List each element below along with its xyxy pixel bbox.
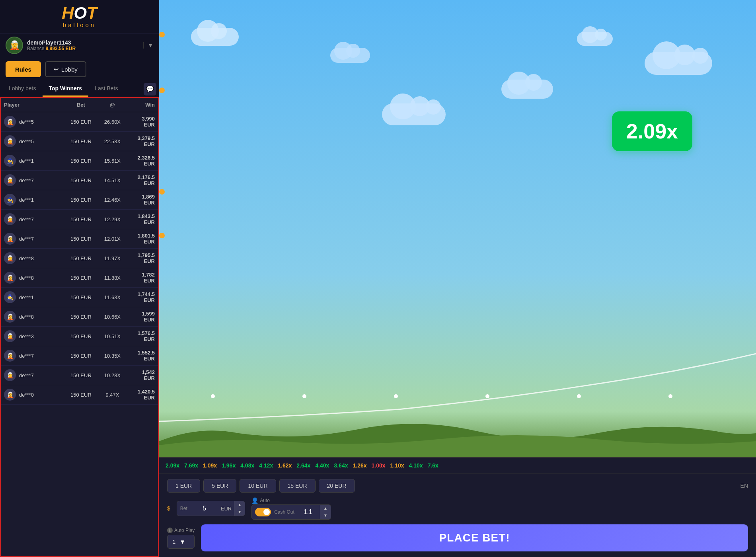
graph-dot-5 <box>577 394 581 398</box>
player-name: de***0 <box>19 392 34 398</box>
bet-cell: 150 EUR <box>64 385 98 405</box>
bet-cell: 150 EUR <box>64 288 98 307</box>
history-item: 2.09x <box>166 461 179 470</box>
auto-cashout-input[interactable] <box>296 505 320 519</box>
bet-cell: 150 EUR <box>64 366 98 385</box>
at-cell: 9.47X <box>98 385 127 405</box>
history-bar: 2.09x7.69x1.09x1.96x4.08x4.12x1.62x2.64x… <box>159 457 756 473</box>
cashout-arrow-up[interactable]: ▲ <box>320 505 331 512</box>
balance: Balance 9,993.55 EUR <box>27 46 139 51</box>
table-row: 🧝 de***7 150 EUR 14.51X 2,176.5 EUR <box>1 171 158 190</box>
quick-btn-10eur[interactable]: 10 EUR <box>240 479 276 493</box>
at-cell: 11.88X <box>98 268 127 288</box>
player-name: de***8 <box>19 275 34 281</box>
history-item: 1.00x <box>372 461 386 470</box>
win-cell: 1,795.5 EUR <box>127 249 158 268</box>
at-cell: 12.46X <box>98 190 127 210</box>
quick-btn-1eur[interactable]: 1 EUR <box>167 479 200 493</box>
at-cell: 10.51X <box>98 327 127 346</box>
quick-btn-5eur[interactable]: 5 EUR <box>203 479 236 493</box>
winners-table: Player Bet @ Win 🧝 de***5 150 EUR 26.60X… <box>1 98 158 405</box>
cashout-arrow-down[interactable]: ▼ <box>320 512 331 519</box>
game-canvas: 2.09x <box>159 0 756 457</box>
auto-cashout-input-group: Cash Out ▲ ▼ <box>251 504 331 520</box>
auto-play-label-text: Auto Play <box>174 528 195 533</box>
chat-button[interactable]: 💬 <box>144 83 156 95</box>
bet-input[interactable] <box>191 502 218 515</box>
history-item: 4.40x <box>315 461 329 470</box>
bet-cell: 150 EUR <box>64 132 98 151</box>
info-icon[interactable]: ℹ <box>167 528 173 533</box>
player-name: de***1 <box>19 158 34 164</box>
win-cell: 1,576.5 EUR <box>127 327 158 346</box>
bet-arrow-down[interactable]: ▼ <box>234 508 245 516</box>
lobby-label: Lobby <box>61 66 78 73</box>
player-name: de***1 <box>19 294 34 300</box>
bet-controls: $ Bet EUR ▲ ▼ 👤 Auto <box>167 497 748 520</box>
auto-play-select[interactable]: 1 ▼ <box>167 535 195 549</box>
at-cell: 10.66X <box>98 307 127 327</box>
history-item: 1.09x <box>203 461 217 470</box>
cloud-4 <box>501 80 553 99</box>
history-item: 1.26x <box>353 461 366 470</box>
bet-cell: 150 EUR <box>64 249 98 268</box>
cashout-arrows[interactable]: ▲ ▼ <box>320 505 331 519</box>
player-cell: 🧝 de***7 <box>1 210 64 229</box>
player-avatar: 🧝 <box>4 389 16 401</box>
cloud-3 <box>382 103 446 125</box>
tabs-bar: Lobby bets Top Winners Last Bets 💬 <box>0 81 159 97</box>
player-name: de***7 <box>19 236 34 242</box>
quick-btn-20eur[interactable]: 20 EUR <box>319 479 355 493</box>
multiplier-value: 2.09x <box>626 120 678 143</box>
cloud-5 <box>577 32 613 46</box>
bet-currency: EUR <box>218 506 234 512</box>
yellow-dot-2 <box>159 88 165 93</box>
place-bet-button[interactable]: PLACE BET! <box>201 524 748 551</box>
history-item: 3.64x <box>334 461 348 470</box>
player-cell: 🧝 de***7 <box>1 366 64 385</box>
at-cell: 14.51X <box>98 171 127 190</box>
language-label[interactable]: EN <box>740 483 748 489</box>
history-item: 1.96x <box>222 461 236 470</box>
col-bet: Bet <box>64 98 98 112</box>
bet-cell: 150 EUR <box>64 229 98 249</box>
at-cell: 22.53X <box>98 132 127 151</box>
tab-lobby-bets[interactable]: Lobby bets <box>2 81 43 97</box>
balance-value: 9,993.55 EUR <box>46 46 76 51</box>
auto-play-value: 1 <box>172 538 175 545</box>
rules-button[interactable]: Rules <box>6 61 41 77</box>
yellow-dot-4 <box>159 233 165 238</box>
player-cell: 🧙 de***1 <box>1 288 64 307</box>
bet-arrows[interactable]: ▲ ▼ <box>234 501 245 516</box>
auto-play-section: ℹ Auto Play 1 ▼ <box>167 528 195 549</box>
quick-btn-15eur[interactable]: 15 EUR <box>279 479 316 493</box>
player-cell: 🧝 de***7 <box>1 229 64 249</box>
auto-cashout-toggle[interactable] <box>255 508 271 516</box>
player-avatar: 🧝 <box>4 174 16 186</box>
player-avatar: 🧙 <box>4 291 16 303</box>
bet-cell: 150 EUR <box>64 346 98 366</box>
history-item: 2.64x <box>296 461 310 470</box>
bet-cell: 150 EUR <box>64 190 98 210</box>
lobby-button[interactable]: ↩ Lobby <box>45 61 86 77</box>
player-name: de***8 <box>19 314 34 320</box>
col-at: @ <box>98 98 127 112</box>
at-cell: 11.97X <box>98 249 127 268</box>
auto-play-label: ℹ Auto Play <box>167 528 195 533</box>
graph-dot-4 <box>485 394 489 398</box>
logo-balloon: balloon <box>62 21 97 28</box>
tab-top-winners[interactable]: Top Winners <box>43 81 89 97</box>
player-name: de***1 <box>19 197 34 203</box>
username: demoPlayer1143 <box>27 39 139 46</box>
win-cell: 1,782 EUR <box>127 268 158 288</box>
history-item: 4.08x <box>240 461 254 470</box>
bet-arrow-up[interactable]: ▲ <box>234 501 245 508</box>
history-item: 7.6x <box>428 461 438 470</box>
user-dropdown-arrow[interactable]: ▼ <box>143 42 153 49</box>
yellow-dot-3 <box>159 189 165 195</box>
cashout-sublabel: Cash Out <box>274 509 296 515</box>
auto-play-dropdown-icon: ▼ <box>179 538 185 545</box>
table-row: 🧝 de***7 150 EUR 12.01X 1,801.5 EUR <box>1 229 158 249</box>
tab-last-bets[interactable]: Last Bets <box>88 81 124 97</box>
graph-dot-3 <box>394 394 398 398</box>
